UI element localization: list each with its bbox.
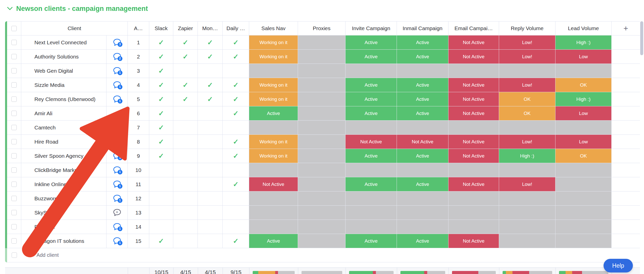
status-cell-lead-volume[interactable]: Low: [555, 50, 612, 64]
summary-distribution-bar[interactable]: [400, 271, 445, 274]
status-cell-sales-nav[interactable]: Working on it: [249, 135, 298, 149]
help-button[interactable]: Help: [604, 259, 633, 272]
status-cell-invite-campaign[interactable]: Active: [346, 234, 397, 248]
client-name-cell[interactable]: Web Gen Digital: [21, 64, 106, 78]
status-cell-proxies[interactable]: [298, 64, 346, 78]
integration-cell-mon[interactable]: [198, 163, 223, 177]
integration-cell-daily[interactable]: [223, 163, 249, 177]
row-checkbox[interactable]: [11, 196, 17, 201]
status-cell-lead-volume[interactable]: Low: [555, 135, 612, 149]
status-cell-inmail-campaign[interactable]: Active: [397, 149, 448, 163]
integration-cell-zapier[interactable]: [173, 135, 198, 149]
integration-cell-zapier[interactable]: [173, 149, 198, 163]
status-cell-proxies[interactable]: [298, 163, 346, 177]
column-header-email-campai[interactable]: Email Campai…: [448, 21, 499, 35]
client-name-cell[interactable]: Silver Spoon Agency: [21, 149, 106, 163]
status-cell-sales-nav[interactable]: [249, 206, 298, 220]
status-cell-sales-nav[interactable]: Working on it: [249, 50, 298, 64]
integration-cell-daily[interactable]: ✓: [223, 135, 249, 149]
status-cell-lead-volume[interactable]: [555, 206, 612, 220]
integration-cell-mon[interactable]: ✓: [198, 50, 223, 64]
client-name-cell[interactable]: Inkline Online: [21, 177, 106, 191]
updates-cell[interactable]: 1: [106, 191, 128, 206]
integration-cell-mon[interactable]: [198, 106, 223, 121]
row-checkbox[interactable]: [11, 139, 17, 144]
integration-cell-zapier[interactable]: [173, 220, 198, 234]
status-cell-email-campai[interactable]: Not Active: [448, 35, 499, 50]
integration-cell-zapier[interactable]: [173, 163, 198, 177]
integration-cell-mon[interactable]: ✓: [198, 78, 223, 92]
integration-cell-daily[interactable]: [223, 206, 249, 220]
select-all-checkbox[interactable]: [11, 26, 17, 31]
status-cell-proxies[interactable]: [298, 206, 346, 220]
status-cell-invite-campaign[interactable]: Active: [346, 106, 397, 121]
integration-cell-zapier[interactable]: ✓: [173, 92, 198, 106]
summary-distribution-bar[interactable]: [253, 271, 295, 274]
status-cell-invite-campaign[interactable]: [346, 163, 397, 177]
status-cell-email-campai[interactable]: [448, 64, 499, 78]
integration-cell-mon[interactable]: [198, 149, 223, 163]
status-cell-sales-nav[interactable]: Working on it: [249, 78, 298, 92]
integration-cell-daily[interactable]: ✓: [223, 149, 249, 163]
status-cell-invite-campaign[interactable]: Active: [346, 177, 397, 191]
status-cell-inmail-campaign[interactable]: Active: [397, 177, 448, 191]
status-cell-email-campai[interactable]: [448, 121, 499, 135]
integration-cell-mon[interactable]: [198, 135, 223, 149]
row-checkbox[interactable]: [11, 182, 17, 187]
row-checkbox[interactable]: [11, 54, 17, 59]
status-cell-inmail-campaign[interactable]: Not Active: [397, 135, 448, 149]
integration-cell-mon[interactable]: [198, 177, 223, 191]
updates-cell[interactable]: 1: [106, 163, 128, 177]
status-cell-proxies[interactable]: [298, 121, 346, 135]
status-cell-email-campai[interactable]: Not Active: [448, 135, 499, 149]
integration-cell-mon[interactable]: [198, 64, 223, 78]
status-cell-reply-volume[interactable]: [499, 121, 555, 135]
status-cell-email-campai[interactable]: [448, 220, 499, 234]
vertical-scrollbar-thumb[interactable]: [640, 21, 643, 55]
status-cell-inmail-campaign[interactable]: [397, 121, 448, 135]
column-header-zapier[interactable]: Zapier: [173, 21, 198, 35]
integration-cell-daily[interactable]: [223, 121, 249, 135]
status-cell-email-campai[interactable]: Not Active: [448, 177, 499, 191]
updates-cell[interactable]: [106, 135, 128, 149]
integration-cell-slack[interactable]: ✓: [149, 92, 173, 106]
summary-distribution-bar[interactable]: [452, 271, 496, 274]
status-cell-invite-campaign[interactable]: [346, 191, 397, 206]
status-cell-proxies[interactable]: [298, 78, 346, 92]
status-cell-invite-campaign[interactable]: [346, 206, 397, 220]
updates-cell[interactable]: 1: [106, 78, 128, 92]
status-cell-reply-volume[interactable]: OK: [499, 106, 555, 121]
updates-cell[interactable]: 3: [106, 35, 128, 50]
integration-cell-daily[interactable]: ✓: [223, 92, 249, 106]
client-name-cell[interactable]: Next Level Connected: [21, 35, 106, 50]
updates-cell[interactable]: 1: [106, 220, 128, 234]
client-name-cell[interactable]: SkySearch: [21, 206, 106, 220]
integration-cell-slack[interactable]: ✓: [149, 149, 173, 163]
column-header-daily[interactable]: Daily …: [223, 21, 249, 35]
status-cell-proxies[interactable]: [298, 92, 346, 106]
status-cell-reply-volume[interactable]: High :): [499, 149, 555, 163]
status-cell-lead-volume[interactable]: [555, 220, 612, 234]
status-cell-sales-nav[interactable]: [249, 191, 298, 206]
status-cell-email-campai[interactable]: [448, 191, 499, 206]
status-cell-lead-volume[interactable]: OK: [555, 149, 612, 163]
client-name-cell[interactable]: Authority Solutions: [21, 50, 106, 64]
row-checkbox[interactable]: [11, 111, 17, 116]
status-cell-inmail-campaign[interactable]: [397, 206, 448, 220]
chevron-down-icon[interactable]: [7, 7, 13, 10]
column-header-a[interactable]: A…: [128, 21, 149, 35]
client-name-cell[interactable]: ClickBridge Marketing: [21, 163, 106, 177]
summary-distribution-bar[interactable]: [349, 271, 394, 274]
status-cell-email-campai[interactable]: Not Active: [448, 50, 499, 64]
status-cell-email-campai[interactable]: [448, 206, 499, 220]
integration-cell-slack[interactable]: ✓: [149, 106, 173, 121]
column-header-mon[interactable]: Mon…: [198, 21, 223, 35]
add-client-button[interactable]: + Add client: [21, 248, 249, 262]
row-checkbox[interactable]: [11, 167, 17, 173]
status-cell-proxies[interactable]: [298, 135, 346, 149]
integration-cell-daily[interactable]: ✓: [223, 177, 249, 191]
integration-cell-daily[interactable]: [223, 191, 249, 206]
status-cell-invite-campaign[interactable]: Active: [346, 149, 397, 163]
row-checkbox[interactable]: [11, 238, 17, 244]
integration-cell-mon[interactable]: [198, 206, 223, 220]
